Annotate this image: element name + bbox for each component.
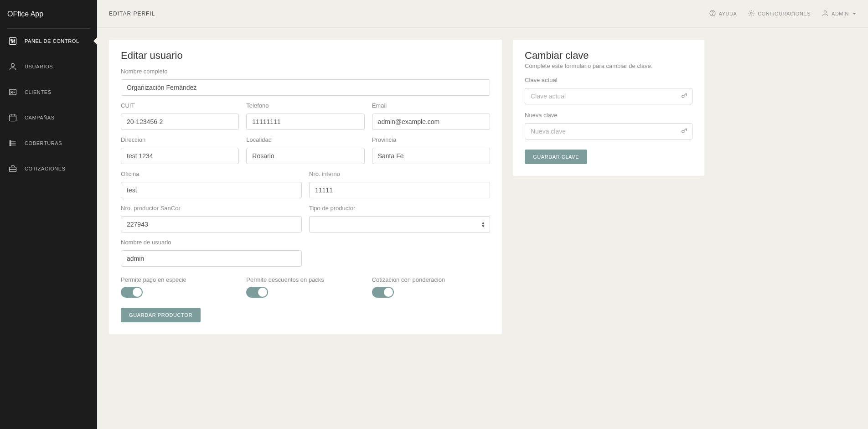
topbar: EDITAR PERFIL AYUDA CONFIGURACIONES	[97, 0, 868, 28]
label-provincia: Provincia	[372, 136, 490, 143]
edit-user-heading: Editar usuario	[121, 50, 490, 62]
sidebar-item-label: CAMPAÑAS	[25, 115, 55, 120]
input-email[interactable]	[372, 114, 490, 130]
user-icon	[822, 10, 829, 18]
input-new-password[interactable]	[525, 123, 692, 140]
svg-rect-8	[10, 89, 16, 95]
input-localidad[interactable]	[246, 148, 364, 164]
input-current-password[interactable]	[525, 88, 692, 104]
gear-icon	[748, 10, 755, 18]
label-cuit: CUIT	[121, 102, 239, 109]
toggle-pago-especie[interactable]	[121, 287, 143, 298]
label-username: Nombre de usuario	[121, 239, 302, 246]
idcard-icon	[8, 88, 17, 97]
settings-link[interactable]: CONFIGURACIONES	[748, 10, 811, 18]
sidebar-item-coberturas[interactable]: COBERTURAS	[0, 130, 97, 156]
sidebar-nav: PANEL DE CONTROL USUARIOS CLIENTES CAMPA…	[0, 28, 97, 181]
label-descuentos-packs: Permite descuentos en packs	[246, 276, 324, 283]
sidebar-item-usuarios[interactable]: USUARIOS	[0, 54, 97, 79]
svg-point-26	[750, 12, 752, 14]
sidebar-item-dashboard[interactable]: PANEL DE CONTROL	[0, 28, 97, 54]
label-pago-especie: Permite pago en especie	[121, 276, 186, 283]
sidebar-item-label: PANEL DE CONTROL	[25, 38, 79, 44]
chevron-down-icon	[852, 13, 856, 15]
sidebar: OFfice App PANEL DE CONTROL USUARIOS CLI…	[0, 0, 97, 429]
sidebar-item-label: CLIENTES	[25, 89, 52, 95]
label-nombre: Nombre completo	[121, 68, 490, 75]
main: EDITAR PERFIL AYUDA CONFIGURACIONES	[97, 0, 868, 429]
user-menu[interactable]: ADMIN	[822, 10, 856, 18]
save-producer-button[interactable]: GUARDAR PRODUCTOR	[121, 308, 201, 322]
briefcase-icon	[8, 164, 17, 173]
label-tipo-productor: Tipo de productor	[309, 205, 490, 212]
sidebar-item-clientes[interactable]: CLIENTES	[0, 79, 97, 105]
calendar-icon	[8, 113, 17, 122]
sidebar-item-label: COTIZACIONES	[25, 166, 66, 171]
change-password-heading: Cambiar clave	[525, 50, 692, 62]
input-oficina[interactable]	[121, 182, 302, 198]
label-cotizacion-ponderacion: Cotizacion con ponderacion	[372, 276, 445, 283]
input-nombre[interactable]	[121, 79, 490, 96]
svg-rect-12	[10, 115, 16, 121]
person-icon	[8, 62, 17, 71]
svg-point-25	[712, 15, 713, 15]
label-email: Email	[372, 102, 490, 109]
svg-point-7	[11, 63, 15, 67]
input-username[interactable]	[121, 250, 302, 267]
label-nro-interno: Nro. interno	[309, 171, 490, 177]
page-title: EDITAR PERFIL	[109, 10, 155, 17]
edit-user-card: Editar usuario Nombre completo CUIT Tele…	[109, 40, 502, 334]
help-link[interactable]: AYUDA	[709, 10, 737, 18]
user-label: ADMIN	[832, 11, 849, 16]
input-provincia[interactable]	[372, 148, 490, 164]
input-nro-productor[interactable]	[121, 216, 302, 233]
label-oficina: Oficina	[121, 171, 302, 177]
save-password-button[interactable]: GUARDAR CLAVE	[525, 150, 587, 164]
svg-point-4	[10, 39, 12, 41]
list-icon	[8, 139, 17, 148]
change-password-subtitle: Complete este formulario para cambiar de…	[525, 62, 692, 69]
toggle-descuentos-packs[interactable]	[246, 287, 268, 298]
sidebar-item-label: COBERTURAS	[25, 140, 62, 146]
toggle-cotizacion-ponderacion[interactable]	[372, 287, 394, 298]
label-localidad: Localidad	[246, 136, 364, 143]
input-telefono[interactable]	[246, 114, 364, 130]
sidebar-item-cotizaciones[interactable]: COTIZACIONES	[0, 156, 97, 181]
label-current-password: Clave actual	[525, 77, 692, 83]
help-label: AYUDA	[719, 11, 737, 16]
sliders-icon	[8, 36, 17, 46]
help-icon	[709, 10, 716, 18]
settings-label: CONFIGURACIONES	[758, 11, 811, 16]
input-cuit[interactable]	[121, 114, 239, 130]
input-direccion[interactable]	[121, 148, 239, 164]
sidebar-item-label: USUARIOS	[25, 64, 53, 69]
brand: OFfice App	[0, 0, 97, 28]
input-nro-interno[interactable]	[309, 182, 490, 198]
change-password-card: Cambiar clave Complete este formulario p…	[513, 40, 704, 176]
select-tipo-productor[interactable]	[309, 216, 490, 233]
sidebar-item-campanas[interactable]: CAMPAÑAS	[0, 105, 97, 130]
label-new-password: Nueva clave	[525, 112, 692, 119]
svg-point-5	[12, 41, 14, 42]
svg-point-6	[14, 40, 15, 41]
label-direccion: Direccion	[121, 136, 239, 143]
label-telefono: Telefono	[246, 102, 364, 109]
label-nro-productor: Nro. productor SanCor	[121, 205, 302, 212]
svg-point-9	[11, 91, 12, 93]
svg-point-27	[824, 11, 826, 13]
